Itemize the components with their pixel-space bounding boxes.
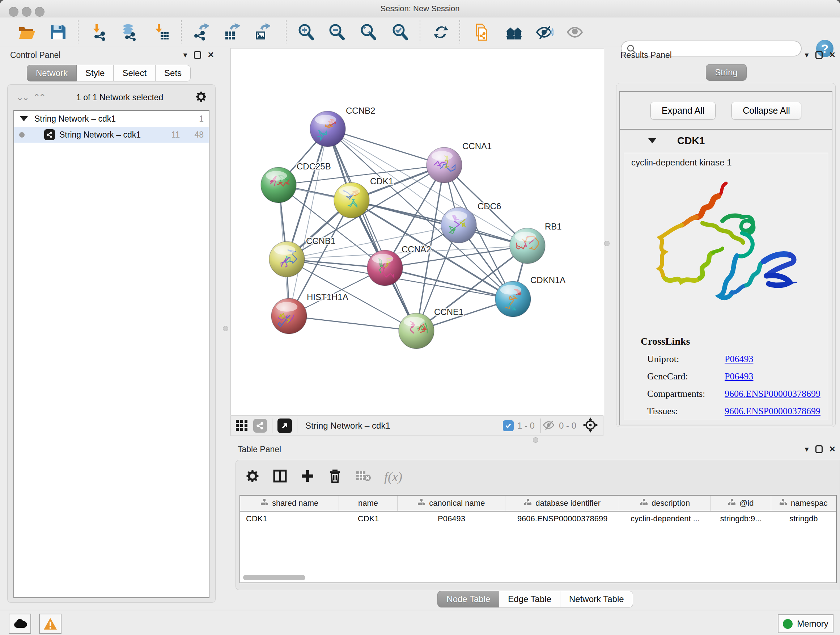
export-table-icon[interactable]	[223, 24, 240, 41]
refresh-layout-icon[interactable]	[432, 24, 450, 41]
delete-column-icon[interactable]	[328, 469, 342, 485]
splitter-handle[interactable]	[223, 326, 228, 331]
network-node-CCNA1[interactable]	[426, 147, 462, 183]
network-node-RB1[interactable]	[510, 228, 545, 264]
open-in-browser-icon[interactable]	[278, 418, 292, 433]
crosslink-link[interactable]: P06493	[725, 371, 753, 382]
table-cell[interactable]: stringdb	[771, 511, 836, 526]
memory-button[interactable]: Memory	[778, 614, 834, 633]
network-node-CCNB2[interactable]	[310, 111, 346, 147]
selected-checkbox-icon[interactable]	[503, 420, 514, 431]
network-node-HIST1H1A[interactable]	[271, 298, 307, 334]
horizontal-scrollbar[interactable]	[243, 575, 305, 580]
node-section-header[interactable]: CDK1	[620, 130, 832, 151]
splitter-handle[interactable]	[604, 241, 609, 246]
tab-select[interactable]: Select	[114, 65, 156, 81]
panel-close-icon[interactable]: ✕	[208, 51, 214, 59]
import-network-file-icon[interactable]	[90, 24, 108, 41]
network-canvas[interactable]: CCNB2CCNA1CDC25BCDK1CDC6RB1CCNB1CCNA2CDK…	[231, 48, 604, 416]
zoom-fit-icon[interactable]	[360, 24, 377, 41]
panel-float-icon[interactable]	[194, 51, 201, 59]
cloud-status-button[interactable]	[9, 614, 31, 634]
network-row-selected[interactable]: String Network – cdk1 11 48	[14, 127, 209, 143]
collapse-all-button[interactable]: Collapse All	[731, 102, 801, 119]
network-options-gear-icon[interactable]	[195, 90, 207, 104]
tab-sets[interactable]: Sets	[156, 65, 191, 81]
table-cell[interactable]: P06493	[398, 511, 505, 526]
network-node-CDK1[interactable]	[334, 182, 369, 218]
column-header-namespac[interactable]: namespac	[771, 496, 836, 511]
tab-style[interactable]: Style	[77, 65, 114, 81]
table-cell[interactable]: CDK1	[240, 511, 339, 526]
crosslink-link[interactable]: 9606.ENSP00000378699	[725, 388, 821, 399]
table-row[interactable]: CDK1CDK1P064939606.ENSP00000378699cyclin…	[240, 511, 836, 526]
export-image-icon[interactable]	[253, 24, 270, 41]
show-all-eye-icon[interactable]	[567, 24, 584, 41]
node-table[interactable]: shared namenamecanonical namedatabase id…	[240, 495, 837, 583]
panel-menu-icon[interactable]: ▾	[805, 51, 809, 59]
hidden-eye-icon[interactable]	[543, 419, 555, 432]
add-column-icon[interactable]	[300, 469, 315, 485]
column-header-shared-name[interactable]: shared name	[240, 496, 339, 511]
navigator-crosshair-icon[interactable]	[583, 417, 598, 434]
network-node-CDC25B[interactable]	[261, 167, 296, 203]
crosslink-link[interactable]: 9606.ENSP00000378699	[725, 406, 821, 417]
tab-edge-table[interactable]: Edge Table	[499, 591, 561, 608]
network-node-CCNA2[interactable]	[367, 250, 403, 286]
column-header-canonical-name[interactable]: canonical name	[398, 496, 505, 511]
expand-all-icon[interactable]: ⌃⌃	[33, 92, 44, 103]
hide-selected-eye-icon[interactable]	[536, 24, 554, 41]
network-graph[interactable]: CCNB2CCNA1CDC25BCDK1CDC6RB1CCNB1CCNA2CDK…	[231, 49, 604, 416]
table-settings-gear-icon[interactable]	[245, 469, 260, 485]
table-cell[interactable]: CDK1	[339, 511, 398, 526]
collapse-triangle-icon[interactable]	[20, 116, 28, 121]
node-description: cyclin-dependent kinase 1	[631, 157, 828, 168]
grid-view-icon[interactable]	[235, 418, 248, 433]
panel-close-icon[interactable]: ✕	[829, 445, 836, 453]
column-header-database-identifier[interactable]: database identifier	[505, 496, 620, 511]
tab-network[interactable]: Network	[27, 65, 77, 81]
crosslink-link[interactable]: P06493	[725, 354, 753, 364]
panel-float-icon[interactable]	[815, 445, 823, 453]
save-session-icon[interactable]	[49, 24, 66, 41]
string-share-icon[interactable]	[253, 419, 267, 432]
import-table-file-icon[interactable]	[153, 24, 170, 41]
tab-node-table[interactable]: Node Table	[437, 591, 499, 608]
network-node-CDKN1A[interactable]	[495, 281, 531, 317]
zoom-out-icon[interactable]	[328, 24, 346, 41]
network-collection-row[interactable]: String Network – cdk1 1	[14, 111, 209, 127]
network-edge-CCNE1-HIST1H1A[interactable]	[289, 316, 416, 331]
table-cell[interactable]: 9606.ENSP00000378699	[505, 511, 620, 526]
network-edge-CCNB2-CCNA1[interactable]	[328, 129, 444, 165]
panel-float-icon[interactable]	[815, 51, 823, 59]
column-header--id[interactable]: @id	[711, 496, 771, 511]
warning-status-button[interactable]	[39, 614, 62, 634]
panel-close-icon[interactable]: ✕	[829, 51, 836, 59]
zoom-selected-icon[interactable]	[392, 24, 409, 41]
table-cell[interactable]: cyclin-dependent ...	[619, 511, 711, 526]
network-node-CDC6[interactable]	[441, 207, 477, 243]
network-tree-header: ⌄⌄ ⌃⌃ 1 of 1 Network selected	[11, 89, 212, 106]
network-node-CCNB1[interactable]	[269, 241, 305, 277]
zoom-in-icon[interactable]	[297, 24, 315, 41]
tab-string[interactable]: String	[706, 64, 747, 81]
network-node-CCNE1[interactable]	[399, 313, 434, 348]
collapse-all-icon[interactable]: ⌄⌄	[16, 92, 28, 103]
tab-network-table[interactable]: Network Table	[561, 591, 633, 608]
home-networks-icon[interactable]	[505, 24, 523, 41]
column-header-label: name	[358, 499, 378, 508]
column-header-description[interactable]: description	[619, 496, 711, 511]
collapse-triangle-icon[interactable]	[648, 138, 656, 143]
table-cell[interactable]: stringdb:9...	[711, 511, 771, 526]
column-header-name[interactable]: name	[339, 496, 398, 511]
panel-menu-icon[interactable]: ▾	[183, 51, 187, 59]
show-columns-icon[interactable]	[273, 469, 287, 485]
network-edge-CCNB2-HIST1H1A[interactable]	[289, 129, 328, 316]
export-network-icon[interactable]	[192, 24, 209, 41]
expand-all-button[interactable]: Expand All	[651, 102, 715, 119]
clone-network-icon[interactable]	[473, 24, 490, 41]
crosslink-label: Compartments:	[647, 388, 725, 399]
import-network-database-icon[interactable]	[121, 24, 138, 41]
open-session-icon[interactable]	[18, 24, 35, 41]
panel-menu-icon[interactable]: ▾	[805, 445, 809, 453]
